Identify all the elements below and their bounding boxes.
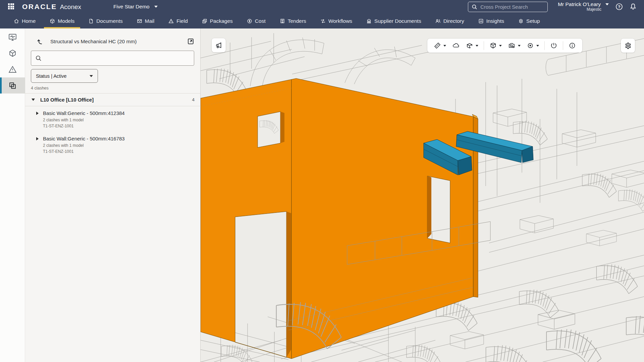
search-icon	[35, 55, 42, 61]
model-cube-icon	[8, 49, 17, 58]
clash-search-input[interactable]	[45, 56, 186, 61]
status-filter-label: Status | Active	[36, 73, 90, 79]
chevron-down-icon	[605, 3, 609, 5]
model-viewport[interactable]	[201, 28, 644, 362]
open-external-button[interactable]	[187, 38, 194, 45]
nav-insights[interactable]: Insights	[471, 13, 511, 28]
focus-button[interactable]	[524, 39, 542, 53]
chevron-down-icon	[476, 45, 478, 47]
notifications-button[interactable]	[630, 3, 637, 10]
chevron-down-icon	[536, 45, 539, 47]
viewer-screen-icon	[8, 33, 17, 42]
clash-group-count: 4	[192, 97, 195, 102]
app-waffle-icon[interactable]	[8, 3, 15, 10]
announcements-button[interactable]	[212, 38, 226, 52]
toolbar-divider	[563, 41, 563, 50]
back-up-button[interactable]	[36, 38, 43, 45]
box-3d-icon	[489, 42, 497, 49]
external-link-icon	[187, 38, 194, 45]
nav-setup[interactable]: Setup	[511, 13, 547, 28]
search-input[interactable]	[480, 4, 541, 10]
project-selector[interactable]: Five Star Demo	[113, 4, 158, 10]
clash-item-title: Basic Wall:Generic - 500mm:412384	[43, 110, 125, 116]
dollar-circle-icon	[247, 18, 252, 24]
section-box-button[interactable]	[463, 39, 481, 53]
wall-left-face	[201, 79, 291, 359]
chevron-down-icon	[154, 6, 158, 8]
expand-caret-icon	[36, 137, 39, 140]
clash-panel: Structural vs Mechanical HC (20 mm) Stat…	[25, 28, 201, 362]
nav-packages[interactable]: Packages	[195, 13, 240, 28]
clash-list-item[interactable]: Basic Wall:Generic - 500mm:416783 2 clas…	[25, 132, 200, 157]
snapshot-button[interactable]	[505, 39, 524, 53]
nav-models[interactable]: Models	[43, 13, 82, 28]
arrow-up-exit-icon	[36, 38, 43, 45]
nav-mail[interactable]: Mail	[130, 13, 161, 28]
clash-test-title: Structural vs Mechanical HC (20 mm)	[50, 39, 187, 45]
nav-workflows[interactable]: Workflows	[313, 13, 359, 28]
nav-directory[interactable]: Directory	[428, 13, 471, 28]
bar-chart-icon	[478, 18, 484, 24]
rail-item-issues[interactable]	[0, 61, 25, 77]
info-button[interactable]	[566, 39, 579, 53]
home-icon	[14, 18, 19, 24]
target-icon	[527, 42, 534, 49]
nav-tenders[interactable]: Tenders	[273, 13, 313, 28]
info-icon	[569, 42, 576, 49]
clash-item-subtitle: 2 clashes with 1 model	[43, 118, 125, 122]
mail-icon	[137, 18, 142, 24]
help-button[interactable]: ?	[615, 3, 623, 10]
clash-search-box[interactable]	[31, 51, 194, 66]
nav-supplier-documents[interactable]: Supplier Documents	[359, 13, 428, 28]
top-bar: ORACLE Aconex Five Star Demo Mr Patrick …	[0, 0, 644, 28]
door-reveal	[286, 212, 291, 357]
toolbar-divider	[484, 41, 484, 50]
measure-tool-button[interactable]	[431, 39, 449, 53]
product-name: Aconex	[60, 3, 81, 11]
user-name: Mr Patrick O'Leary	[558, 1, 601, 7]
workflow-arrows-icon	[320, 18, 326, 24]
packages-icon	[202, 18, 207, 24]
cross-project-search[interactable]	[468, 2, 548, 12]
tender-doc-icon	[280, 18, 285, 24]
brand-logo: ORACLE Aconex	[22, 3, 81, 11]
cloud-icon	[452, 42, 460, 49]
nav-documents[interactable]: Documents	[82, 13, 129, 28]
chevron-down-icon	[499, 45, 502, 47]
warning-triangle-icon	[168, 18, 174, 24]
clash-item-model-code: T1-ST-ENZ-1001	[43, 124, 125, 128]
rail-item-models[interactable]	[0, 45, 25, 61]
top-bar-row1: ORACLE Aconex Five Star Demo Mr Patrick …	[0, 0, 644, 13]
clash-item-model-code: T1-ST-ENZ-1001	[43, 149, 125, 154]
viewer-toolbar	[427, 39, 582, 53]
clash-count-summary: 4 clashes	[31, 86, 200, 90]
clash-overlap-icon	[8, 81, 17, 90]
model-view-button[interactable]	[486, 39, 505, 53]
toolbar-divider	[544, 41, 545, 50]
project-name: Five Star Demo	[113, 4, 150, 10]
nav-cost[interactable]: Cost	[240, 13, 273, 28]
chevron-down-icon	[90, 75, 93, 77]
megaphone-icon	[215, 42, 222, 49]
chevron-down-icon	[443, 45, 446, 47]
building-icon	[366, 18, 372, 24]
gear-icon	[518, 18, 524, 24]
people-icon	[435, 18, 441, 24]
rail-item-viewer[interactable]	[0, 29, 25, 45]
nav-home[interactable]: Home	[7, 13, 43, 28]
svg-text:?: ?	[618, 5, 620, 9]
status-filter-dropdown[interactable]: Status | Active	[31, 69, 98, 83]
left-icon-rail	[0, 28, 25, 362]
clash-group-row[interactable]: L10 Office [L10 Office] 4	[25, 94, 200, 106]
model-scene[interactable]	[201, 28, 644, 362]
rail-item-clash-detection[interactable]	[0, 77, 25, 94]
chevron-down-icon	[518, 45, 521, 47]
nav-field[interactable]: Field	[161, 13, 195, 28]
camera-gear-icon	[508, 42, 516, 49]
user-menu[interactable]: Mr Patrick O'Leary Majestic	[558, 1, 609, 12]
main-nav: Home Models Documents Mail Field Package…	[0, 13, 644, 28]
markup-cloud-button[interactable]	[449, 39, 463, 53]
clash-list-item[interactable]: Basic Wall:Generic - 500mm:412384 2 clas…	[25, 106, 200, 132]
viewer-settings-button[interactable]	[621, 39, 635, 53]
reset-view-button[interactable]	[547, 39, 560, 53]
